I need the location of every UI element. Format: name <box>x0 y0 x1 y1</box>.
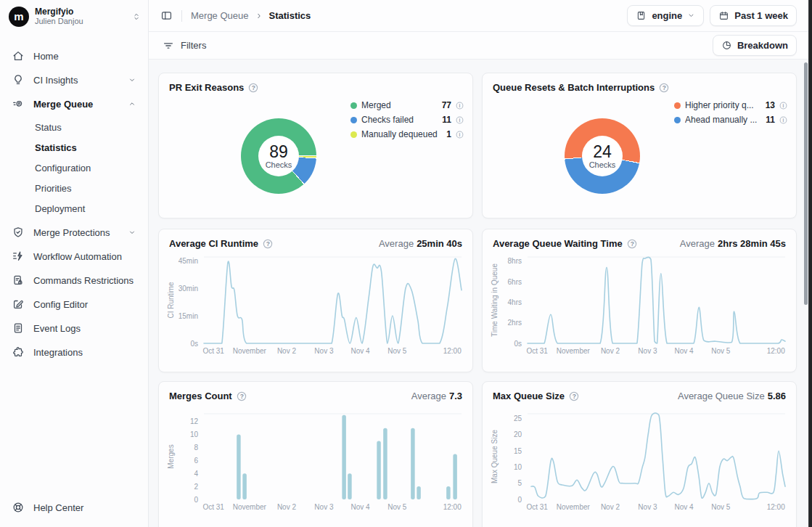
svg-text:Nov 4: Nov 4 <box>350 503 370 511</box>
pie-chart-icon <box>721 40 732 51</box>
svg-text:0s: 0s <box>190 340 198 348</box>
info-icon[interactable]: i <box>779 102 787 110</box>
sidebar-toggle-icon[interactable] <box>160 9 173 22</box>
svg-text:2: 2 <box>194 483 198 491</box>
pr-exit-donut-chart[interactable]: 89 Checks <box>241 118 316 194</box>
sidebar-item-event-logs[interactable]: Event Logs <box>3 319 142 337</box>
svg-text:12: 12 <box>190 417 199 425</box>
card-merges-count: Merges Count ? Average7.3 024681012Oct 3… <box>158 381 473 527</box>
sidebar-item-priorities[interactable]: Priorities <box>3 180 142 196</box>
legend-item-higher-priority[interactable]: Higher priority q... 13 i <box>674 98 787 113</box>
max-queue-line-chart[interactable]: 0510152025Oct 31NovemberNov 2Nov 3Nov 4N… <box>483 404 797 520</box>
svg-text:?: ? <box>239 393 243 400</box>
svg-text:45min: 45min <box>179 257 198 265</box>
filter-icon <box>162 39 175 52</box>
card-queue-resets: Queue Resets & Batch Interruptions ? 24 … <box>482 73 797 218</box>
svg-text:8: 8 <box>194 444 198 452</box>
info-icon[interactable]: i <box>456 102 464 110</box>
engine-select[interactable]: engine <box>627 5 704 26</box>
sidebar-item-ci-insights[interactable]: CI Insights <box>3 71 142 89</box>
donut-center-label: Checks <box>589 160 616 169</box>
svg-text:?: ? <box>266 240 270 248</box>
breadcrumb-parent[interactable]: Merge Queue <box>191 10 249 21</box>
merges-bar-chart[interactable]: 024681012Oct 31NovemberNov 2Nov 3Nov 4No… <box>159 404 474 520</box>
svg-text:i: i <box>783 117 784 122</box>
mergify-logo: m <box>9 7 29 27</box>
topbar: Merge Queue Statistics engine Past 1 wee… <box>149 0 808 32</box>
chevron-up-icon <box>128 99 136 108</box>
org-name: Mergifyio <box>35 7 126 17</box>
help-center-button[interactable]: Help Center <box>3 498 141 517</box>
sidebar-item-deployment[interactable]: Deployment <box>3 200 142 216</box>
home-icon <box>12 49 25 62</box>
help-icon[interactable]: ? <box>237 391 247 401</box>
filters-button[interactable]: Filters <box>155 36 213 55</box>
sidebar-item-integrations[interactable]: Integrations <box>3 343 142 361</box>
sidebar-item-merge-queue[interactable]: Merge Queue <box>3 95 142 113</box>
scrollbar-thumb[interactable] <box>804 62 808 305</box>
ci-runtime-line-chart[interactable]: 0s15min30min45minOct 31NovemberNov 2Nov … <box>159 251 474 367</box>
card-max-queue-size: Max Queue Size ? Average Queue Size5.86 … <box>482 381 797 527</box>
svg-text:?: ? <box>573 393 576 400</box>
legend-item-checks-failed[interactable]: Checks failed 11 i <box>350 113 464 127</box>
help-icon[interactable]: ? <box>569 391 579 401</box>
legend-item-ahead-manually[interactable]: Ahead manually ... 11 i <box>674 113 787 127</box>
filter-bar: Filters Breakdown <box>149 32 808 60</box>
dashboard-content: PR Exit Reasons ? 89 Checks Merged 77 i <box>149 60 808 527</box>
sidebar-item-home[interactable]: Home <box>3 47 142 65</box>
org-switcher[interactable]: m Mergifyio Julien Danjou <box>0 0 148 33</box>
puzzle-icon <box>12 346 25 359</box>
help-icon[interactable]: ? <box>627 239 637 249</box>
card-title: Average CI Runtime <box>169 238 258 249</box>
chevron-down-icon <box>128 228 136 237</box>
legend-item-merged[interactable]: Merged 77 i <box>350 98 464 113</box>
svg-text:Oct 31: Oct 31 <box>202 347 224 355</box>
legend-dot <box>674 117 681 123</box>
svg-text:?: ? <box>630 240 633 248</box>
help-icon[interactable]: ? <box>263 239 273 249</box>
date-range-button[interactable]: Past 1 week <box>710 5 797 26</box>
card-title: Average Queue Waiting Time <box>493 238 623 249</box>
svg-text:Nov 5: Nov 5 <box>387 503 407 511</box>
legend-item-manually-dequeued[interactable]: Manually dequeued 1 i <box>350 127 464 142</box>
donut-center-value: 24 <box>593 143 612 160</box>
legend: Higher priority q... 13 i Ahead manually… <box>674 98 787 127</box>
sidebar-item-commands-restrictions[interactable]: Commands Restrictions <box>3 271 142 289</box>
sidebar-item-workflow-automation[interactable]: Workflow Automation <box>3 248 142 265</box>
sidebar-item-configuration[interactable]: Configuration <box>3 160 142 176</box>
svg-text:12:00: 12:00 <box>767 347 785 355</box>
breakdown-button[interactable]: Breakdown <box>713 35 797 56</box>
svg-text:Nov 3: Nov 3 <box>638 347 657 355</box>
help-icon[interactable]: ? <box>659 83 669 93</box>
queue-icon <box>636 10 647 21</box>
legend: Merged 77 i Checks failed 11 i Manually … <box>350 98 464 142</box>
svg-text:30min: 30min <box>179 285 198 293</box>
card-title: Queue Resets & Batch Interruptions <box>493 82 655 93</box>
svg-text:Oct 31: Oct 31 <box>526 347 548 355</box>
svg-text:Nov 2: Nov 2 <box>601 347 620 355</box>
average-value: Average2hrs 28min 45s <box>680 238 786 249</box>
breadcrumb-current: Statistics <box>269 10 311 21</box>
svg-text:Nov 4: Nov 4 <box>674 503 694 511</box>
sidebar-item-merge-protections[interactable]: Merge Protections <box>3 224 142 241</box>
info-icon[interactable]: i <box>456 116 464 124</box>
queue-resets-donut-chart[interactable]: 24 Checks <box>565 118 640 194</box>
svg-text:Nov 5: Nov 5 <box>387 347 407 355</box>
org-user: Julien Danjou <box>35 17 126 26</box>
unfold-icon <box>132 12 141 21</box>
help-icon[interactable]: ? <box>248 83 258 93</box>
svg-text:12:00: 12:00 <box>443 347 462 355</box>
svg-text:0: 0 <box>194 496 198 504</box>
svg-text:Time Waiting in Queue: Time Waiting in Queue <box>491 264 499 337</box>
svg-text:i: i <box>459 117 461 122</box>
sidebar-item-config-editor[interactable]: Config Editor <box>3 295 142 313</box>
svg-text:2hrs: 2hrs <box>508 319 522 327</box>
info-icon[interactable]: i <box>456 131 464 139</box>
svg-text:0s: 0s <box>514 340 522 348</box>
sidebar-item-status[interactable]: Status <box>3 119 142 135</box>
pencil-square-icon <box>12 298 25 311</box>
sidebar-item-statistics[interactable]: Statistics <box>3 139 142 155</box>
queue-waiting-line-chart[interactable]: 0s2hrs4hrs6hrs8hrsOct 31NovemberNov 2Nov… <box>483 251 797 367</box>
legend-dot <box>350 131 357 138</box>
info-icon[interactable]: i <box>779 116 787 124</box>
